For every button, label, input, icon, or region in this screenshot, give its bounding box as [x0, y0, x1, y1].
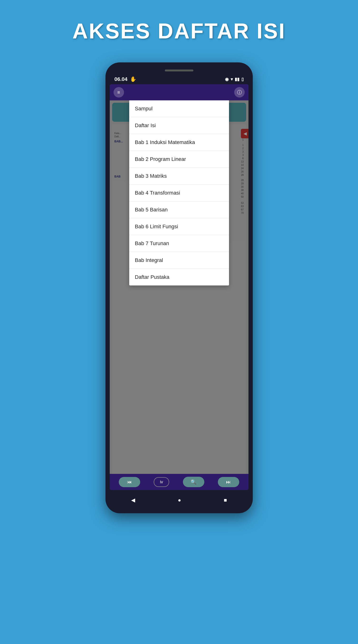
app-toolbar: ≡ ⓘ: [110, 84, 249, 100]
location-icon: ◉: [225, 77, 229, 82]
phone-frame: 06.04 ✋ ◉ ▾ ▮▮ ▯ ≡ ⓘ Daftar Isi: [105, 62, 253, 513]
prev-icon: ⏮: [127, 479, 132, 485]
android-recents-button[interactable]: ■: [219, 495, 232, 505]
dropdown-item-daftar-isi[interactable]: Daftar Isi: [129, 117, 229, 134]
info-icon: ⓘ: [237, 89, 242, 96]
dropdown-item-daftar-pustaka[interactable]: Daftar Pustaka: [129, 269, 229, 286]
page-indicator: iv: [154, 477, 169, 487]
status-bar-left: 06.04 ✋: [114, 76, 136, 82]
status-bar: 06.04 ✋ ◉ ▾ ▮▮ ▯: [110, 76, 249, 82]
dropdown-item-bab7[interactable]: Bab 7 Turunan: [129, 235, 229, 252]
dropdown-item-bab6[interactable]: Bab 6 Limit Fungsi: [129, 218, 229, 235]
search-button[interactable]: 🔍: [183, 477, 204, 487]
dropdown-item-sampul[interactable]: Sampul: [129, 100, 229, 117]
phone-notch: [165, 70, 193, 72]
dropdown-item-bab1[interactable]: Bab 1 Induksi Matematika: [129, 134, 229, 151]
page-title: AKSES DAFTAR ISI: [72, 19, 286, 44]
status-time: 06.04: [114, 76, 128, 82]
dropdown-item-bab5[interactable]: Bab 5 Barisan: [129, 202, 229, 218]
search-icon: 🔍: [191, 479, 197, 485]
menu-icon: ≡: [117, 90, 120, 95]
touch-icon: ✋: [130, 76, 136, 82]
wifi-icon: ▾: [231, 77, 233, 82]
android-nav: ◀ ● ■: [110, 492, 249, 508]
bottom-nav: ⏮ iv 🔍 ⏭: [110, 474, 249, 490]
signal-icon: ▮▮: [235, 77, 239, 82]
dropdown-menu: Sampul Daftar Isi Bab 1 Induksi Matemati…: [129, 100, 229, 286]
menu-button[interactable]: ≡: [114, 87, 124, 98]
prev-button[interactable]: ⏮: [119, 477, 140, 487]
next-button[interactable]: ⏭: [218, 477, 239, 487]
app-screen: ≡ ⓘ Daftar Isi Kata... iii Daft... iv: [110, 84, 249, 490]
book-content-background: Daftar Isi Kata... iii Daft... iv BAB...…: [110, 100, 249, 474]
dropdown-item-bab-integral[interactable]: Bab Integral: [129, 252, 229, 269]
info-button[interactable]: ⓘ: [234, 87, 245, 98]
status-bar-right: ◉ ▾ ▮▮ ▯: [225, 77, 244, 82]
battery-icon: ▯: [241, 77, 244, 82]
dropdown-item-bab3[interactable]: Bab 3 Matriks: [129, 168, 229, 184]
android-home-button[interactable]: ●: [173, 495, 186, 505]
next-icon: ⏭: [226, 479, 231, 485]
dropdown-item-bab4[interactable]: Bab 4 Transformasi: [129, 184, 229, 202]
android-back-button[interactable]: ◀: [126, 495, 140, 505]
dropdown-item-bab2[interactable]: Bab 2 Program Linear: [129, 151, 229, 168]
